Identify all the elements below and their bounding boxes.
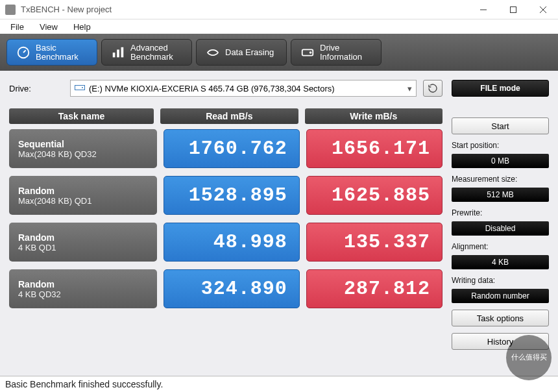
write-value: 1656.171 bbox=[306, 129, 443, 168]
tab-label: Drive Information bbox=[320, 43, 362, 61]
status-text: Basic Benchmark finished successfully. bbox=[5, 379, 163, 389]
svg-rect-0 bbox=[511, 6, 516, 12]
read-value: 48.998 bbox=[164, 223, 300, 262]
close-button[interactable] bbox=[528, 0, 558, 19]
svg-rect-3 bbox=[117, 49, 119, 57]
result-row: Random 4 KB QD1 48.998 135.337 bbox=[9, 223, 443, 262]
svg-rect-2 bbox=[113, 53, 115, 57]
tab-data-erasing[interactable]: Data Erasing bbox=[196, 39, 287, 66]
write-value: 1625.885 bbox=[306, 176, 443, 215]
file-mode-button[interactable]: FILE mode bbox=[452, 80, 549, 97]
measurement-size-value[interactable]: 512 MB bbox=[452, 188, 549, 202]
menu-file[interactable]: File bbox=[4, 21, 30, 33]
svg-rect-4 bbox=[121, 47, 124, 57]
svg-point-8 bbox=[82, 87, 83, 88]
task-name: Random 4 KB QD32 bbox=[9, 269, 157, 308]
task-name: Sequential Max(2048 KB) QD32 bbox=[9, 129, 157, 168]
title-bar: TxBENCH - New project bbox=[0, 0, 558, 19]
drive-value: (E:) NVMe KIOXIA-EXCERIA S 465.74 GB (97… bbox=[89, 84, 335, 93]
svg-rect-7 bbox=[75, 85, 85, 90]
start-position-label: Start position: bbox=[452, 141, 549, 150]
start-button[interactable]: Start bbox=[452, 117, 549, 134]
result-row: Random 4 KB QD32 324.890 287.812 bbox=[9, 269, 443, 308]
tab-label: Data Erasing bbox=[225, 48, 274, 57]
drive-icon bbox=[300, 45, 315, 60]
gauge-icon bbox=[16, 45, 30, 60]
task-options-button[interactable]: Task options bbox=[452, 310, 549, 326]
alignment-value[interactable]: 4 KB bbox=[452, 255, 549, 269]
tab-label: Basic Benchmark bbox=[36, 43, 79, 61]
menu-view[interactable]: View bbox=[33, 21, 64, 33]
tab-drive-information[interactable]: Drive Information bbox=[291, 39, 382, 66]
drive-label: Drive: bbox=[9, 84, 64, 93]
writing-data-value[interactable]: Random number bbox=[452, 289, 549, 303]
task-name: Random Max(2048 KB) QD1 bbox=[9, 176, 157, 215]
writing-data-label: Writing data: bbox=[452, 276, 549, 285]
write-value: 287.812 bbox=[306, 269, 443, 308]
tab-basic-benchmark[interactable]: Basic Benchmark bbox=[6, 39, 97, 66]
alignment-label: Alignment: bbox=[452, 242, 549, 251]
read-value: 1760.762 bbox=[164, 129, 300, 168]
history-button[interactable]: History bbox=[452, 333, 549, 350]
result-row: Random Max(2048 KB) QD1 1528.895 1625.88… bbox=[9, 176, 443, 215]
window-title: TxBENCH - New project bbox=[21, 5, 468, 14]
column-headers: Task name Read mB/s Write mB/s bbox=[9, 108, 443, 124]
tab-bar: Basic Benchmark Advanced Benchmark Data … bbox=[0, 34, 558, 71]
app-icon bbox=[5, 5, 16, 15]
menu-help[interactable]: Help bbox=[67, 21, 97, 33]
prewrite-label: Prewrite: bbox=[452, 208, 549, 217]
drive-small-icon bbox=[75, 84, 85, 93]
tab-label: Advanced Benchmark bbox=[130, 43, 173, 61]
erase-icon bbox=[206, 45, 220, 60]
read-value: 324.890 bbox=[164, 269, 300, 308]
tab-advanced-benchmark[interactable]: Advanced Benchmark bbox=[101, 39, 192, 66]
maximize-button[interactable] bbox=[498, 0, 528, 19]
results-rows: Sequential Max(2048 KB) QD32 1760.762 16… bbox=[9, 129, 443, 308]
header-write: Write mB/s bbox=[305, 108, 443, 124]
svg-point-6 bbox=[310, 52, 311, 53]
status-bar: Basic Benchmark finished successfully. bbox=[0, 376, 558, 391]
minimize-button[interactable] bbox=[468, 0, 498, 19]
chart-icon bbox=[111, 45, 125, 60]
prewrite-value[interactable]: Disabled bbox=[452, 221, 549, 236]
write-value: 135.337 bbox=[306, 223, 443, 262]
read-value: 1528.895 bbox=[164, 176, 300, 215]
start-position-value[interactable]: 0 MB bbox=[452, 154, 549, 168]
menu-bar: File View Help bbox=[0, 19, 558, 34]
drive-select[interactable]: (E:) NVMe KIOXIA-EXCERIA S 465.74 GB (97… bbox=[70, 80, 417, 97]
header-task: Task name bbox=[9, 108, 154, 124]
chevron-down-icon: ▾ bbox=[407, 84, 412, 93]
refresh-button[interactable] bbox=[423, 80, 443, 97]
measurement-size-label: Measurement size: bbox=[452, 175, 549, 184]
header-read: Read mB/s bbox=[160, 108, 298, 124]
result-row: Sequential Max(2048 KB) QD32 1760.762 16… bbox=[9, 129, 443, 168]
task-name: Random 4 KB QD1 bbox=[9, 223, 157, 262]
